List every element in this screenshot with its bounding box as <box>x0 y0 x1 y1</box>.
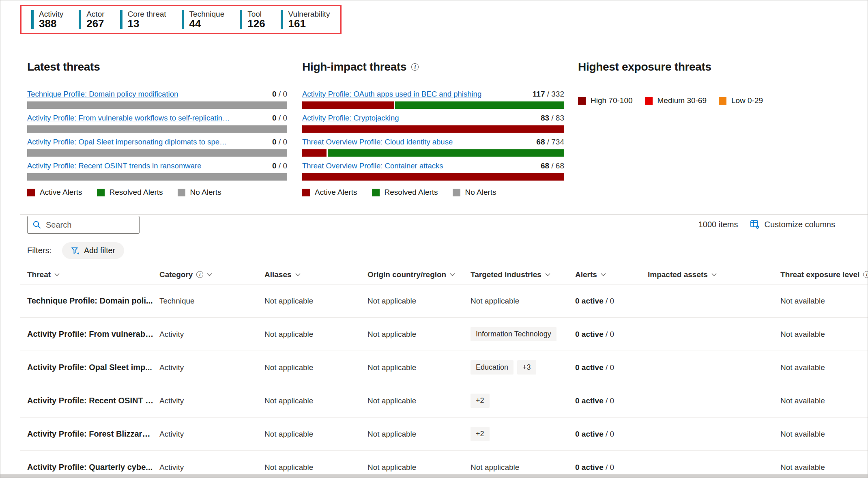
legend-swatch <box>645 97 653 105</box>
active-count: 83 <box>541 114 549 122</box>
cell-alerts: 0 active / 0 <box>575 396 648 405</box>
no-alerts-segment <box>27 173 287 181</box>
cell-origin: Not applicable <box>367 463 471 472</box>
cell-threat[interactable]: Activity Profile: Opal Sleet imp... <box>27 363 159 372</box>
horizontal-scrollbar[interactable] <box>0 474 868 478</box>
column-header-label: Targeted industries <box>471 270 541 279</box>
table-row[interactable]: Activity Profile: Quarterly cybe... Acti… <box>20 451 868 478</box>
alerts-active: 0 active <box>575 363 604 372</box>
filters-label: Filters: <box>27 246 52 255</box>
highest-exposure-title: Highest exposure threats <box>578 60 868 73</box>
cell-threat[interactable]: Technique Profile: Domain poli... <box>27 296 159 306</box>
counter-accent-bar <box>281 10 283 29</box>
search-box[interactable] <box>27 216 140 234</box>
legend-swatch <box>453 189 460 196</box>
threat-link[interactable]: Technique Profile: Domain policy modific… <box>27 90 178 99</box>
entity-counter-box: Activity 388 Actor 267 Core threat 13 Te… <box>20 5 342 34</box>
threat-link[interactable]: Activity Profile: From vulnerable workfl… <box>27 114 230 123</box>
industry-overflow-badge[interactable]: +2 <box>471 394 490 408</box>
column-header-impacted-assets[interactable]: Impacted assets <box>648 270 780 279</box>
column-header-origin[interactable]: Origin country/region <box>367 270 471 279</box>
column-header-aliases[interactable]: Aliases <box>264 270 367 279</box>
alert-status-bar <box>302 125 564 133</box>
latest-threats-section: Latest threats Technique Profile: Domain… <box>27 60 287 197</box>
legend-label: High 70-100 <box>591 96 633 105</box>
counter-value: 161 <box>288 18 330 29</box>
total-count: / 0 <box>277 90 287 98</box>
cell-category: Activity <box>159 396 264 405</box>
customize-columns-label: Customize columns <box>764 220 835 229</box>
info-icon[interactable] <box>863 271 868 278</box>
threat-link[interactable]: Activity Profile: Opal Sleet impersonati… <box>27 138 230 146</box>
table-row[interactable]: Activity Profile: Opal Sleet imp... Acti… <box>20 351 868 384</box>
cell-exposure-level: Not available <box>780 396 868 405</box>
toolbar-right: 1000 items Customize columns <box>698 220 835 229</box>
cell-origin: Not applicable <box>367 330 471 339</box>
threat-link[interactable]: Threat Overview Profile: Container attac… <box>302 161 443 170</box>
counter-label: Actor <box>86 10 104 18</box>
legend-item: No Alerts <box>453 188 496 197</box>
cell-aliases: Not applicable <box>264 463 367 472</box>
counter-accent-bar <box>120 10 122 29</box>
table-header-row: Threat Category Aliases Origin country/r… <box>20 265 868 284</box>
chevron-down-icon <box>711 273 717 276</box>
total-count: / 83 <box>549 114 564 122</box>
column-header-alerts[interactable]: Alerts <box>575 270 648 279</box>
cell-exposure-level: Not available <box>780 297 868 306</box>
cell-category: Activity <box>159 430 264 439</box>
chevron-down-icon <box>54 273 60 276</box>
table-row[interactable]: Technique Profile: Domain poli... Techni… <box>20 284 868 318</box>
column-header-label: Aliases <box>264 270 292 279</box>
threat-link[interactable]: Threat Overview Profile: Cloud identity … <box>302 138 453 146</box>
resolved-alerts-segment <box>395 101 564 109</box>
customize-columns-button[interactable]: Customize columns <box>750 220 835 229</box>
table-row[interactable]: Activity Profile: Recent OSINT t... Acti… <box>20 384 868 418</box>
search-input[interactable] <box>46 220 134 230</box>
threat-link[interactable]: Activity Profile: OAuth apps used in BEC… <box>302 90 481 99</box>
column-header-industries[interactable]: Targeted industries <box>471 270 575 279</box>
cell-aliases: Not applicable <box>264 330 367 339</box>
cell-origin: Not applicable <box>367 363 471 372</box>
cell-alerts: 0 active / 0 <box>575 330 648 339</box>
cell-threat[interactable]: Activity Profile: Quarterly cybe... <box>27 463 159 472</box>
active-alerts-segment <box>302 173 564 181</box>
no-alerts-segment <box>27 101 287 109</box>
add-filter-button[interactable]: Add filter <box>62 242 124 259</box>
threat-analytics-page: { "theme": { "annotation_red": "#ee3b40"… <box>0 0 868 478</box>
legend-label: Active Alerts <box>40 188 82 197</box>
latest-threat-item: Activity Profile: Opal Sleet impersonati… <box>27 138 287 157</box>
legend-swatch <box>578 97 586 105</box>
industry-overflow-badge[interactable]: +2 <box>471 427 490 441</box>
column-header-threat[interactable]: Threat <box>27 270 159 279</box>
column-header-exposure-level[interactable]: Threat exposure level <box>780 270 868 279</box>
cell-threat[interactable]: Activity Profile: From vulnerabl... <box>27 329 159 339</box>
cell-aliases: Not applicable <box>264 297 367 306</box>
chevron-down-icon <box>601 273 606 276</box>
threat-link[interactable]: Activity Profile: Recent OSINT trends in… <box>27 161 201 170</box>
high-impact-item: Activity Profile: OAuth apps used in BEC… <box>302 90 564 109</box>
counter-label: Core threat <box>128 10 166 18</box>
add-filter-label: Add filter <box>84 246 115 255</box>
table-row[interactable]: Activity Profile: From vulnerabl... Acti… <box>20 318 868 351</box>
counter-vulnerability: Vulnerability 161 <box>281 10 330 29</box>
info-icon[interactable] <box>196 271 203 278</box>
column-header-category[interactable]: Category <box>159 270 264 279</box>
exposure-legend: High 70-100 Medium 30-69 Low 0-29 <box>578 96 868 105</box>
cell-exposure-level: Not available <box>780 463 868 472</box>
industry-overflow-badge[interactable]: +3 <box>517 360 536 375</box>
counter-value: 44 <box>189 18 225 29</box>
info-icon[interactable] <box>411 63 419 71</box>
counter-label: Technique <box>189 10 225 18</box>
alert-status-bar <box>27 101 287 109</box>
threat-link[interactable]: Activity Profile: Cryptojacking <box>302 114 399 123</box>
legend-label: Medium 30-69 <box>657 96 707 105</box>
counter-technique: Technique 44 <box>182 10 225 29</box>
cell-threat[interactable]: Activity Profile: Forest Blizzard ... <box>27 429 159 439</box>
cell-threat[interactable]: Activity Profile: Recent OSINT t... <box>27 396 159 405</box>
table-row[interactable]: Activity Profile: Forest Blizzard ... Ac… <box>20 418 868 451</box>
latest-threat-item: Activity Profile: From vulnerable workfl… <box>27 114 287 133</box>
counter-label: Tool <box>247 10 265 18</box>
active-count: 68 <box>536 138 545 146</box>
cell-category: Activity <box>159 330 264 339</box>
alert-status-bar <box>302 173 564 181</box>
